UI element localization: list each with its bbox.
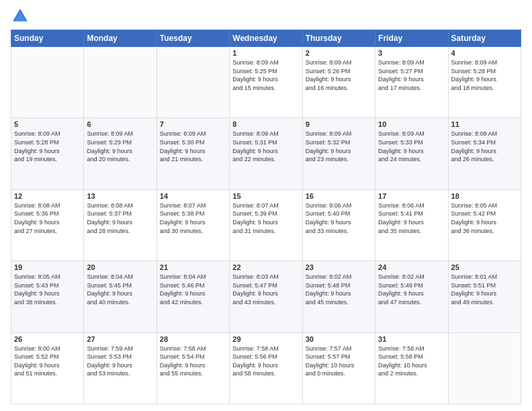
calendar-week-row: 5Sunrise: 8:09 AM Sunset: 5:28 PM Daylig… <box>11 118 521 189</box>
day-number: 30 <box>306 335 372 343</box>
day-number: 3 <box>378 49 445 57</box>
calendar-day-cell <box>84 47 157 118</box>
day-number: 19 <box>14 263 81 271</box>
day-number: 12 <box>14 192 81 200</box>
day-info: Sunrise: 8:07 AM Sunset: 5:38 PM Dayligh… <box>160 201 226 235</box>
calendar-day-cell: 21Sunrise: 8:04 AM Sunset: 5:46 PM Dayli… <box>157 261 229 332</box>
day-number: 28 <box>160 335 226 343</box>
calendar-day-cell: 1Sunrise: 8:09 AM Sunset: 5:25 PM Daylig… <box>230 47 302 118</box>
calendar-day-cell: 15Sunrise: 8:07 AM Sunset: 5:39 PM Dayli… <box>230 189 302 261</box>
calendar-day-cell: 31Sunrise: 7:56 AM Sunset: 5:58 PM Dayli… <box>375 332 448 404</box>
calendar-week-row: 19Sunrise: 8:05 AM Sunset: 5:43 PM Dayli… <box>11 261 521 332</box>
day-info: Sunrise: 7:57 AM Sunset: 5:57 PM Dayligh… <box>306 345 372 378</box>
day-info: Sunrise: 8:02 AM Sunset: 5:49 PM Dayligh… <box>378 273 445 306</box>
calendar-day-cell: 4Sunrise: 8:09 AM Sunset: 5:28 PM Daylig… <box>448 47 521 118</box>
day-number: 20 <box>87 263 153 271</box>
day-info: Sunrise: 8:08 AM Sunset: 5:37 PM Dayligh… <box>87 201 153 235</box>
day-info: Sunrise: 7:59 AM Sunset: 5:53 PM Dayligh… <box>87 345 153 378</box>
day-number: 1 <box>232 49 299 57</box>
calendar-day-cell: 24Sunrise: 8:02 AM Sunset: 5:49 PM Dayli… <box>375 261 448 332</box>
logo-icon <box>11 7 30 26</box>
calendar-day-cell: 20Sunrise: 8:04 AM Sunset: 5:45 PM Dayli… <box>84 261 157 332</box>
calendar-day-cell: 18Sunrise: 8:05 AM Sunset: 5:42 PM Dayli… <box>448 189 521 261</box>
day-info: Sunrise: 8:09 AM Sunset: 5:30 PM Dayligh… <box>160 130 226 163</box>
calendar-day-cell <box>448 332 521 404</box>
day-info: Sunrise: 7:58 AM Sunset: 5:54 PM Dayligh… <box>160 345 226 378</box>
calendar-day-cell: 12Sunrise: 8:08 AM Sunset: 5:36 PM Dayli… <box>11 189 84 261</box>
calendar-day-cell: 19Sunrise: 8:05 AM Sunset: 5:43 PM Dayli… <box>11 261 84 332</box>
day-info: Sunrise: 7:56 AM Sunset: 5:58 PM Dayligh… <box>378 345 445 378</box>
day-number: 31 <box>378 335 445 343</box>
day-number: 25 <box>451 263 518 271</box>
day-number: 9 <box>306 120 372 128</box>
calendar-day-cell: 29Sunrise: 7:58 AM Sunset: 5:56 PM Dayli… <box>230 332 302 404</box>
day-number: 15 <box>232 192 299 200</box>
page: SundayMondayTuesdayWednesdayThursdayFrid… <box>0 0 532 411</box>
day-number: 6 <box>87 120 153 128</box>
calendar-day-cell: 28Sunrise: 7:58 AM Sunset: 5:54 PM Dayli… <box>157 332 229 404</box>
calendar-day-cell: 25Sunrise: 8:01 AM Sunset: 5:51 PM Dayli… <box>448 261 521 332</box>
calendar-day-cell: 11Sunrise: 8:08 AM Sunset: 5:34 PM Dayli… <box>448 118 521 189</box>
day-info: Sunrise: 8:09 AM Sunset: 5:29 PM Dayligh… <box>87 130 153 163</box>
day-info: Sunrise: 8:05 AM Sunset: 5:43 PM Dayligh… <box>14 273 81 306</box>
calendar-week-row: 12Sunrise: 8:08 AM Sunset: 5:36 PM Dayli… <box>11 189 521 261</box>
day-info: Sunrise: 8:06 AM Sunset: 5:41 PM Dayligh… <box>378 201 445 235</box>
calendar-day-cell: 14Sunrise: 8:07 AM Sunset: 5:38 PM Dayli… <box>157 189 229 261</box>
day-info: Sunrise: 8:09 AM Sunset: 5:27 PM Dayligh… <box>378 58 445 92</box>
day-info: Sunrise: 8:04 AM Sunset: 5:45 PM Dayligh… <box>87 273 153 306</box>
calendar-day-cell: 17Sunrise: 8:06 AM Sunset: 5:41 PM Dayli… <box>375 189 448 261</box>
day-number: 13 <box>87 192 153 200</box>
day-info: Sunrise: 8:06 AM Sunset: 5:40 PM Dayligh… <box>306 201 372 235</box>
day-info: Sunrise: 8:09 AM Sunset: 5:31 PM Dayligh… <box>232 130 299 163</box>
day-number: 11 <box>451 120 518 128</box>
day-info: Sunrise: 7:58 AM Sunset: 5:56 PM Dayligh… <box>232 345 299 378</box>
day-number: 26 <box>14 335 81 343</box>
weekday-header: Monday <box>84 30 157 47</box>
calendar-week-row: 1Sunrise: 8:09 AM Sunset: 5:25 PM Daylig… <box>11 47 521 118</box>
calendar-day-cell: 2Sunrise: 8:09 AM Sunset: 5:26 PM Daylig… <box>302 47 375 118</box>
calendar-day-cell: 3Sunrise: 8:09 AM Sunset: 5:27 PM Daylig… <box>375 47 448 118</box>
day-info: Sunrise: 8:09 AM Sunset: 5:33 PM Dayligh… <box>378 130 445 163</box>
header <box>11 7 521 26</box>
day-info: Sunrise: 8:07 AM Sunset: 5:39 PM Dayligh… <box>232 201 299 235</box>
weekday-header: Friday <box>375 30 448 47</box>
day-info: Sunrise: 8:03 AM Sunset: 5:47 PM Dayligh… <box>232 273 299 306</box>
day-info: Sunrise: 8:01 AM Sunset: 5:51 PM Dayligh… <box>451 273 518 306</box>
calendar-day-cell: 30Sunrise: 7:57 AM Sunset: 5:57 PM Dayli… <box>302 332 375 404</box>
weekday-header: Wednesday <box>230 30 302 47</box>
day-info: Sunrise: 8:08 AM Sunset: 5:36 PM Dayligh… <box>14 201 81 235</box>
day-info: Sunrise: 8:08 AM Sunset: 5:34 PM Dayligh… <box>451 130 518 163</box>
day-info: Sunrise: 8:00 AM Sunset: 5:52 PM Dayligh… <box>14 345 81 378</box>
weekday-header: Tuesday <box>157 30 229 47</box>
day-number: 24 <box>378 263 445 271</box>
calendar-day-cell: 23Sunrise: 8:02 AM Sunset: 5:48 PM Dayli… <box>302 261 375 332</box>
day-info: Sunrise: 8:02 AM Sunset: 5:48 PM Dayligh… <box>306 273 372 306</box>
calendar-day-cell: 5Sunrise: 8:09 AM Sunset: 5:28 PM Daylig… <box>11 118 84 189</box>
calendar-week-row: 26Sunrise: 8:00 AM Sunset: 5:52 PM Dayli… <box>11 332 521 404</box>
calendar-day-cell: 22Sunrise: 8:03 AM Sunset: 5:47 PM Dayli… <box>230 261 302 332</box>
calendar-header-row: SundayMondayTuesdayWednesdayThursdayFrid… <box>11 30 521 47</box>
calendar-day-cell: 7Sunrise: 8:09 AM Sunset: 5:30 PM Daylig… <box>157 118 229 189</box>
day-number: 18 <box>451 192 518 200</box>
day-number: 10 <box>378 120 445 128</box>
calendar-day-cell: 6Sunrise: 8:09 AM Sunset: 5:29 PM Daylig… <box>84 118 157 189</box>
day-number: 2 <box>306 49 372 57</box>
calendar-table: SundayMondayTuesdayWednesdayThursdayFrid… <box>11 30 521 404</box>
day-number: 8 <box>232 120 299 128</box>
day-number: 17 <box>378 192 445 200</box>
calendar-day-cell: 13Sunrise: 8:08 AM Sunset: 5:37 PM Dayli… <box>84 189 157 261</box>
weekday-header: Saturday <box>448 30 521 47</box>
weekday-header: Sunday <box>11 30 84 47</box>
day-info: Sunrise: 8:05 AM Sunset: 5:42 PM Dayligh… <box>451 201 518 235</box>
day-number: 4 <box>451 49 518 57</box>
day-info: Sunrise: 8:09 AM Sunset: 5:25 PM Dayligh… <box>232 58 299 92</box>
day-number: 5 <box>14 120 81 128</box>
day-number: 22 <box>232 263 299 271</box>
day-info: Sunrise: 8:04 AM Sunset: 5:46 PM Dayligh… <box>160 273 226 306</box>
weekday-header: Thursday <box>302 30 375 47</box>
day-info: Sunrise: 8:09 AM Sunset: 5:28 PM Dayligh… <box>14 130 81 163</box>
calendar-day-cell: 9Sunrise: 8:09 AM Sunset: 5:32 PM Daylig… <box>302 118 375 189</box>
day-number: 23 <box>306 263 372 271</box>
day-number: 7 <box>160 120 226 128</box>
day-number: 14 <box>160 192 226 200</box>
